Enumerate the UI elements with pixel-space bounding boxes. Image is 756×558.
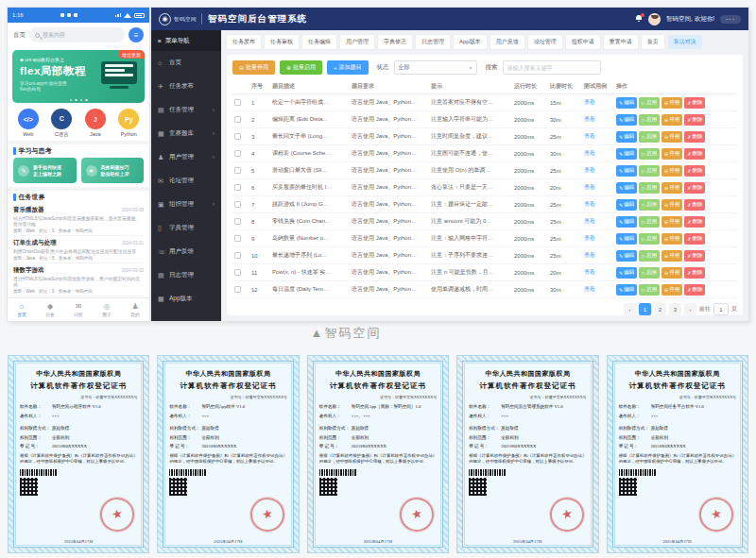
phone-tab-问答[interactable]: ✉问答 [64, 298, 93, 321]
启用-button[interactable]: ▷启用 [639, 267, 660, 279]
row-checkbox[interactable] [234, 235, 241, 242]
row-checkbox[interactable] [234, 150, 241, 157]
删除-button[interactable]: ✗删除 [684, 250, 705, 262]
编辑-button[interactable]: ✎编辑 [616, 165, 637, 177]
view-testcases-link[interactable]: 查看 [584, 184, 595, 190]
启用-button[interactable]: ▷启用 [639, 216, 660, 228]
sidebar-item-任务发布[interactable]: ✈任务发布 [151, 75, 221, 98]
启用-button[interactable]: ▷启用 [639, 233, 660, 245]
next-page-button[interactable]: › [684, 303, 696, 315]
编辑-button[interactable]: ✎编辑 [616, 233, 637, 245]
编辑-button[interactable]: ✎编辑 [616, 148, 637, 160]
停用-button[interactable]: ⊖停用 [662, 182, 682, 194]
phone-tab-任务[interactable]: ◆任务 [36, 298, 64, 321]
停用-button[interactable]: ⊖停用 [662, 284, 682, 296]
编辑-button[interactable]: ✎编辑 [616, 182, 637, 194]
row-checkbox[interactable] [234, 133, 241, 140]
启用-button[interactable]: ▷启用 [639, 165, 660, 177]
learn-card[interactable]: ★高效刷题技巧助你轻松上岸 [81, 158, 145, 183]
search-input[interactable] [503, 60, 601, 75]
停用-button[interactable]: ⊖停用 [662, 199, 682, 211]
sidebar-item-竞赛题库[interactable]: ▦竞赛题库› [151, 122, 221, 145]
启用-button[interactable]: ▷启用 [639, 97, 660, 109]
view-testcases-link[interactable]: 查看 [584, 201, 595, 207]
row-checkbox[interactable] [234, 252, 241, 259]
sidebar-item-任务管理[interactable]: ▤任务管理› [151, 98, 221, 122]
启用-button[interactable]: ▷启用 [639, 114, 660, 126]
batch-disable-button[interactable]: ⊖批量停用 [232, 60, 275, 75]
view-testcases-link[interactable]: 查看 [584, 218, 595, 224]
admin-tab-App版本[interactable]: App版本 [454, 35, 487, 49]
quick-nav-item[interactable]: </>Web [18, 109, 39, 137]
sidebar-item-用户管理[interactable]: ♟用户管理› [151, 145, 221, 169]
停用-button[interactable]: ⊖停用 [662, 233, 682, 245]
admin-tab-字典修正[interactable]: 字典修正 [378, 35, 412, 49]
启用-button[interactable]: ▷启用 [639, 148, 660, 160]
admin-tab-任务审核[interactable]: 任务审核 [265, 35, 299, 49]
删除-button[interactable]: ✗删除 [684, 267, 705, 279]
编辑-button[interactable]: ✎编辑 [616, 284, 637, 296]
task-item[interactable]: 猜数字游戏2024-03-02通过HTML5与JavaScript实现猜数字游戏… [13, 263, 144, 296]
停用-button[interactable]: ⊖停用 [662, 97, 682, 109]
row-checkbox[interactable] [234, 201, 241, 208]
page-button-2[interactable]: 2 [654, 303, 666, 315]
prev-page-button[interactable]: ‹ [624, 303, 636, 315]
启用-button[interactable]: ▷启用 [639, 182, 660, 194]
row-checkbox[interactable] [234, 116, 241, 123]
编辑-button[interactable]: ✎编辑 [616, 250, 637, 262]
carousel-dots[interactable] [12, 99, 145, 102]
view-testcases-link[interactable]: 查看 [584, 252, 595, 258]
启用-button[interactable]: ▷启用 [639, 284, 660, 296]
停用-button[interactable]: ⊖停用 [662, 216, 682, 228]
page-button-1[interactable]: 1 [639, 303, 651, 315]
batch-enable-button[interactable]: ⊕批量启用 [280, 60, 322, 75]
view-testcases-link[interactable]: 查看 [584, 167, 595, 173]
停用-button[interactable]: ⊖停用 [662, 148, 682, 160]
quick-nav-item[interactable]: PyPython [118, 109, 139, 137]
删除-button[interactable]: ✗删除 [684, 114, 705, 126]
停用-button[interactable]: ⊖停用 [662, 131, 682, 143]
search-input[interactable]: 搜索内容 [29, 27, 125, 42]
menu-button[interactable]: ≡ [129, 27, 144, 42]
admin-tab-授权申请[interactable]: 授权申请 [566, 35, 600, 49]
sidebar-item-日志管理[interactable]: ▤日志管理 [151, 263, 221, 287]
more-button[interactable]: ··· [720, 15, 741, 24]
删除-button[interactable]: ✗删除 [684, 148, 705, 160]
bell-icon[interactable] [635, 15, 643, 23]
sidebar-item-用户反馈[interactable]: ☏用户反馈 [151, 240, 221, 263]
编辑-button[interactable]: ✎编辑 [616, 131, 637, 143]
page-button-3[interactable]: 3 [669, 303, 681, 315]
删除-button[interactable]: ✗删除 [684, 216, 705, 228]
phone-tab-圈子[interactable]: ◎圈子 [93, 298, 121, 321]
删除-button[interactable]: ✗删除 [684, 97, 705, 109]
row-checkbox[interactable] [234, 286, 241, 293]
row-checkbox[interactable] [234, 218, 241, 225]
sidebar-item-App版本[interactable]: ▦App版本 [151, 287, 221, 311]
停用-button[interactable]: ⊖停用 [662, 165, 682, 177]
banner-card[interactable]: 最近更新 ◆ uni-app教程合集之 flex局部教程 学习uni-app中如… [12, 50, 145, 103]
admin-tab-用户反馈[interactable]: 用户反馈 [490, 35, 524, 49]
停用-button[interactable]: ⊖停用 [662, 114, 682, 126]
quick-nav-item[interactable]: JJava [85, 109, 106, 137]
task-item[interactable]: 订单生成与处理2024-03-01利用OrderDto获取用户在选择商品和配送信… [13, 236, 144, 263]
删除-button[interactable]: ✗删除 [684, 233, 705, 245]
view-testcases-link[interactable]: 查看 [584, 269, 595, 275]
admin-tab-任务编辑[interactable]: 任务编辑 [302, 35, 336, 49]
admin-tab-用户管理[interactable]: 用户管理 [340, 35, 374, 49]
编辑-button[interactable]: ✎编辑 [616, 267, 637, 279]
add-question-button[interactable]: +添加题目 [327, 60, 369, 75]
停用-button[interactable]: ⊖停用 [662, 267, 682, 279]
删除-button[interactable]: ✗删除 [684, 284, 705, 296]
view-testcases-link[interactable]: 查看 [584, 116, 595, 122]
status-select[interactable]: 全部▾ [394, 60, 477, 75]
删除-button[interactable]: ✗删除 [684, 199, 705, 211]
admin-tab-论坛管理[interactable]: 论坛管理 [528, 35, 562, 49]
编辑-button[interactable]: ✎编辑 [616, 216, 637, 228]
sidebar-menu-title[interactable]: ≡ 菜单导航 [151, 30, 221, 51]
sidebar-item-首页[interactable]: ⌂首页 [151, 51, 221, 75]
停用-button[interactable]: ⊖停用 [662, 250, 682, 262]
admin-tab-任务发布[interactable]: 任务发布 [227, 35, 261, 49]
sidebar-item-字典管理[interactable]: ▯字典管理 [151, 216, 221, 240]
admin-tab-日志管理[interactable]: 日志管理 [416, 35, 450, 49]
avatar[interactable] [648, 13, 661, 25]
